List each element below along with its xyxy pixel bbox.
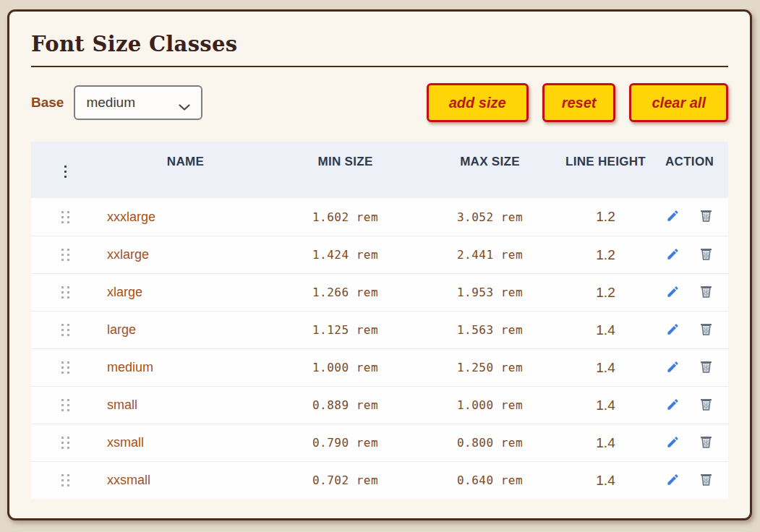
header-min-size: MIN SIZE xyxy=(271,142,419,198)
table-row: medium 1.000 rem 1.250 rem 1.4 xyxy=(31,348,728,386)
drag-handle-icon[interactable] xyxy=(61,437,69,449)
edit-button[interactable] xyxy=(665,471,681,490)
header-name: NAME xyxy=(100,142,271,198)
table-row: xxsmall 0.702 rem 0.640 rem 1.4 xyxy=(31,461,728,499)
drag-handle-icon[interactable] xyxy=(61,249,69,261)
min-size-value: 1.000 rem xyxy=(271,349,419,386)
edit-button[interactable] xyxy=(665,396,681,415)
max-size-value: 1.953 rem xyxy=(419,274,560,311)
add-size-button[interactable]: add size xyxy=(427,83,529,122)
action-cell xyxy=(651,274,728,311)
delete-button[interactable] xyxy=(697,433,715,453)
min-size-value: 1.125 rem xyxy=(271,312,419,348)
line-height-value: 1.4 xyxy=(560,424,651,461)
delete-button[interactable] xyxy=(697,245,715,265)
edit-button[interactable] xyxy=(665,359,681,377)
header-line-height: LINE HEIGHT xyxy=(560,142,651,198)
action-cell xyxy=(651,387,728,424)
pencil-icon xyxy=(666,398,680,413)
table-row: xsmall 0.790 rem 0.800 rem 1.4 xyxy=(31,424,728,461)
font-size-name: xxxlarge xyxy=(100,198,271,236)
font-size-name: small xyxy=(100,387,271,424)
max-size-value: 1.000 rem xyxy=(419,387,560,424)
delete-button[interactable] xyxy=(697,320,715,340)
font-size-table: NAME MIN SIZE MAX SIZE LINE HEIGHT ACTIO… xyxy=(31,142,728,499)
min-size-value: 1.424 rem xyxy=(271,236,419,273)
title-divider xyxy=(31,66,728,67)
pencil-icon xyxy=(666,435,680,451)
drag-handle-cell xyxy=(31,236,100,273)
edit-button[interactable] xyxy=(665,207,681,226)
action-cell xyxy=(651,462,728,499)
edit-button[interactable] xyxy=(665,321,681,340)
font-size-name: xsmall xyxy=(100,424,271,461)
max-size-value: 1.250 rem xyxy=(419,349,560,386)
drag-handle-icon[interactable] xyxy=(61,399,69,411)
edit-button[interactable] xyxy=(665,434,681,452)
drag-handle-cell xyxy=(31,312,100,348)
line-height-value: 1.2 xyxy=(560,198,651,236)
clear-all-button[interactable]: clear all xyxy=(629,83,728,122)
line-height-value: 1.4 xyxy=(560,349,651,386)
max-size-value: 0.800 rem xyxy=(419,424,560,461)
min-size-value: 0.790 rem xyxy=(271,424,419,461)
font-size-name: xlarge xyxy=(100,274,271,311)
controls-bar: Base medium add size reset clear all xyxy=(31,83,728,122)
reset-button[interactable]: reset xyxy=(542,83,616,122)
drag-handle-cell xyxy=(31,274,100,311)
table-row: xlarge 1.266 rem 1.953 rem 1.2 xyxy=(31,273,728,311)
min-size-value: 0.702 rem xyxy=(271,462,419,499)
delete-button[interactable] xyxy=(697,358,715,378)
vertical-ellipsis-icon xyxy=(64,153,67,178)
drag-handle-icon[interactable] xyxy=(61,361,69,374)
base-select[interactable]: medium xyxy=(74,85,202,120)
delete-button[interactable] xyxy=(697,283,715,303)
line-height-value: 1.2 xyxy=(560,274,651,311)
pencil-icon xyxy=(666,285,680,301)
header-action: ACTION xyxy=(651,142,728,198)
drag-handle-icon[interactable] xyxy=(61,474,69,486)
drag-handle-cell xyxy=(31,424,100,461)
max-size-value: 1.563 rem xyxy=(419,312,560,348)
action-cell xyxy=(651,349,728,386)
drag-handle-icon[interactable] xyxy=(61,211,69,223)
chevron-down-icon xyxy=(179,101,190,114)
trash-icon xyxy=(699,322,714,339)
trash-icon xyxy=(699,359,714,377)
edit-button[interactable] xyxy=(665,283,681,302)
table-row: small 0.889 rem 1.000 rem 1.4 xyxy=(31,386,728,424)
header-max-size: MAX SIZE xyxy=(419,142,560,198)
trash-icon xyxy=(699,284,714,301)
pencil-icon xyxy=(666,473,680,489)
delete-button[interactable] xyxy=(697,471,715,491)
column-menu-header[interactable] xyxy=(31,142,100,198)
action-buttons: add size reset clear all xyxy=(427,83,728,122)
line-height-value: 1.4 xyxy=(560,312,651,348)
trash-icon xyxy=(699,434,714,452)
line-height-value: 1.4 xyxy=(560,387,651,424)
action-cell xyxy=(651,312,728,348)
page-title: Font Size Classes xyxy=(31,32,728,56)
drag-handle-icon[interactable] xyxy=(61,286,69,299)
pencil-icon xyxy=(666,209,680,225)
base-group: Base medium xyxy=(31,85,202,120)
font-size-classes-panel: Font Size Classes Base medium add size r… xyxy=(7,9,752,520)
max-size-value: 2.441 rem xyxy=(419,236,560,273)
action-cell xyxy=(651,424,728,461)
table-row: xxlarge 1.424 rem 2.441 rem 1.2 xyxy=(31,236,728,273)
font-size-name: medium xyxy=(100,349,271,386)
pencil-icon xyxy=(666,247,680,263)
delete-button[interactable] xyxy=(697,207,715,227)
min-size-value: 1.602 rem xyxy=(271,198,419,236)
table-row: xxxlarge 1.602 rem 3.052 rem 1.2 xyxy=(31,198,728,236)
font-size-name: xxlarge xyxy=(100,236,271,273)
font-size-name: xxsmall xyxy=(100,462,271,499)
delete-button[interactable] xyxy=(697,395,715,416)
action-cell xyxy=(651,236,728,273)
trash-icon xyxy=(699,208,714,226)
line-height-value: 1.4 xyxy=(560,462,651,499)
drag-handle-icon[interactable] xyxy=(61,324,69,336)
drag-handle-cell xyxy=(31,349,100,386)
edit-button[interactable] xyxy=(665,246,681,265)
base-label: Base xyxy=(31,95,64,111)
